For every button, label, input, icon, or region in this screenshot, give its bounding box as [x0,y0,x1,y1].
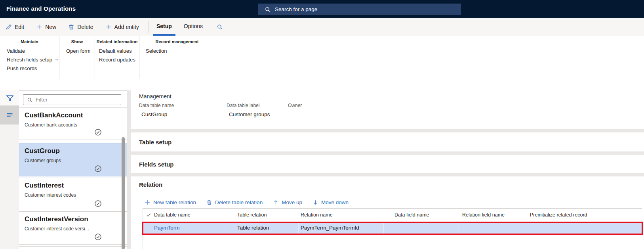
table-setup-title: Table setup [139,139,171,146]
field-label: Data table label [227,103,285,108]
relation-title: Relation [139,181,162,188]
ribbon-group-title: Related information [95,39,139,44]
check-circle-icon [94,128,102,136]
chevron-down-icon [54,57,59,62]
field-value[interactable]: CustGroup [139,111,208,120]
entity-filter-input[interactable] [36,97,111,103]
fields-setup-title: Fields setup [139,161,174,167]
ribbon-group-title: Show [59,39,95,44]
page-search-box[interactable]: Search for a page [258,4,461,15]
cell-separator [527,223,527,234]
top-navigation-bar: Finance and Operations Search for a page [0,0,644,18]
entity-item-custinterestversion[interactable]: CustInterestVersionCustomer interest cod… [19,211,127,245]
field-owner: Owner [288,103,351,120]
entity-item-custgroup[interactable]: CustGroupCustomer groups [19,143,127,176]
cell-separator [298,223,299,234]
refresh-fields-setup-menu-item[interactable]: Refresh fields setup [7,57,59,63]
ribbon-flyout: MaintainValidateRefresh fields setupPush… [0,36,644,79]
row-cell-relation-name[interactable]: PaymTerm_PaymTermId [301,225,359,231]
entity-description: Customer interest codes [25,192,127,198]
menu-item-label: Open form [66,48,90,54]
check-circle-icon [94,165,102,172]
check-circle-icon [94,233,102,241]
move-down-button[interactable]: Move down [312,199,349,205]
pencil-icon [6,24,12,30]
field-data-table-label: Data table labelCustomer groups [227,103,285,120]
tab-options[interactable]: Options [178,18,209,36]
plus-icon [36,24,42,30]
entity-description: Customer interest code versi... [25,226,127,232]
field-value[interactable] [288,111,351,120]
toolbar-link-label: New table relation [153,199,196,205]
filter-pane-button[interactable] [0,90,19,105]
button-label: New [45,24,56,30]
delete-table-relation-button[interactable]: Delete table relation [206,199,263,205]
column-header-data-table-name[interactable]: Data table name [154,212,191,218]
new-table-relation-button[interactable]: New table relation [145,199,196,205]
validate-menu-item[interactable]: Validate [7,48,25,54]
column-header-relation-field-name[interactable]: Relation field name [462,212,505,218]
menu-item-label: Validate [7,48,25,54]
delete-button[interactable]: Delete [68,24,93,30]
cell-separator [459,223,459,234]
cell-separator [383,223,384,234]
list-lines-icon [6,111,13,119]
entity-list-scrollbar[interactable] [122,137,125,249]
row-cell-table-relation[interactable]: Table relation [237,225,269,231]
entity-name: CustInterestVersion [25,215,127,223]
field-data-table-name: Data table nameCustGroup [139,103,208,120]
panel-gap [127,90,131,249]
column-header-relation-name[interactable]: Relation name [301,212,333,218]
ribbon-group-show: ShowOpen form [59,36,95,79]
entity-item-custbankaccount[interactable]: CustBankAccountCustomer bank accounts [19,107,127,140]
add-entity-button[interactable]: Add entity [105,24,139,30]
management-section: Management Data table nameCustGroupData … [131,90,644,129]
tab-setup[interactable]: Setup [151,18,178,36]
row-cell-data-table-name[interactable]: PaymTerm [154,225,180,231]
edit-button[interactable]: Edit [6,24,24,30]
action-bar: EditNewDeleteAdd entity SetupOptions [0,18,644,36]
push-records-menu-item[interactable]: Push records [7,65,37,71]
toolbar-link-label: Delete table relation [215,199,263,205]
left-rail [0,90,19,249]
table-setup-section[interactable]: Table setup [131,132,644,151]
record-updates-menu-item[interactable]: Record updates [99,57,135,63]
column-header-preinitialize-related-record[interactable]: Preinitialize related record [530,212,587,218]
plus-icon [105,24,112,30]
button-label: Delete [77,24,93,30]
ribbon-search-icon[interactable] [217,24,223,30]
fields-setup-section[interactable]: Fields setup [131,155,644,173]
entity-name: CustInterest [25,182,127,190]
field-value[interactable]: Customer groups [227,111,285,120]
ribbon-group-related-information: Related informationDefault valuesRecord … [95,36,139,79]
selection-menu-item[interactable]: Selection [146,48,167,54]
open-form-menu-item[interactable]: Open form [66,48,90,54]
move-up-button[interactable]: Move up [273,199,302,205]
entity-description: Customer bank accounts [25,122,127,128]
column-header-data-field-name[interactable]: Data field name [394,212,429,218]
field-label: Owner [288,103,351,108]
menu-item-label: Refresh fields setup [7,57,52,63]
entity-list-pane-button[interactable] [0,105,19,125]
menu-item-label: Default values [99,48,131,54]
entity-filter-box [23,94,121,105]
relation-divider [131,194,644,194]
entity-item-partial[interactable] [19,246,127,249]
field-label: Data table name [139,103,208,108]
check-circle-icon [94,200,102,207]
cell-separator [152,223,152,234]
filter-search-icon [27,97,32,103]
actionbar-divider [149,21,149,33]
relation-grid-row[interactable]: PaymTermTable relationPaymTerm_PaymTermI… [142,222,643,235]
entity-item-custinterest[interactable]: CustInterestCustomer interest codes [19,178,127,211]
select-all-check-icon[interactable] [146,213,151,218]
relation-grid: Data table nameTable relationRelation na… [143,208,642,249]
page-search-placeholder: Search for a page [275,6,317,12]
entity-name: CustGroup [25,147,127,155]
default-values-menu-item[interactable]: Default values [99,48,131,54]
search-icon [265,6,271,13]
relation-section: Relation New table relationDelete table … [131,176,644,249]
new-button[interactable]: New [36,24,56,30]
column-header-table-relation[interactable]: Table relation [237,212,267,218]
toolbar-link-label: Move down [321,199,349,205]
